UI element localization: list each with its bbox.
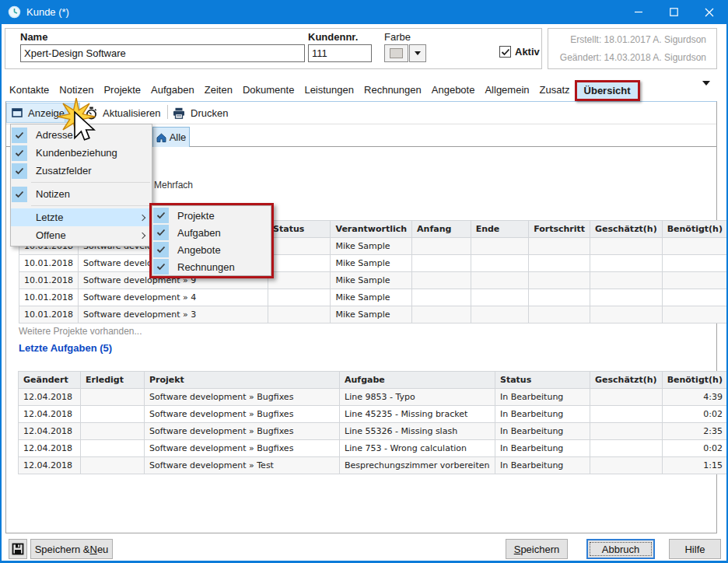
column-header[interactable]: Benötigt(h) bbox=[662, 372, 727, 389]
anzeige-split-button[interactable]: Anzeige bbox=[6, 103, 80, 123]
submenu-item-projekte[interactable]: Projekte bbox=[152, 207, 271, 224]
save-icon-button[interactable] bbox=[9, 539, 27, 559]
tab-rechnungen[interactable]: Rechnungen bbox=[359, 80, 426, 100]
menu-item-adresse[interactable]: Adresse bbox=[11, 126, 152, 144]
table-cell bbox=[529, 306, 590, 323]
table-cell bbox=[81, 457, 145, 474]
color-swatch-button[interactable] bbox=[384, 44, 408, 62]
tab-angebote[interactable]: Angebote bbox=[427, 80, 480, 100]
table-row[interactable]: 10.01.2018Software development » 3Mike S… bbox=[19, 306, 728, 323]
tab-notizen[interactable]: Notizen bbox=[54, 80, 98, 100]
table-cell: 12.04.2018 bbox=[19, 389, 81, 406]
column-header[interactable]: Erledigt bbox=[81, 372, 145, 389]
column-header[interactable]: Ende bbox=[471, 221, 529, 238]
table-row[interactable]: 10.01.2018Software developmentMike Sampl… bbox=[19, 255, 728, 272]
clock-app-icon bbox=[8, 5, 21, 21]
hilfe-button[interactable]: Hilfe bbox=[669, 539, 721, 559]
table-cell bbox=[590, 423, 663, 440]
checked-indicator bbox=[12, 187, 27, 202]
table-cell bbox=[268, 255, 331, 272]
check-icon bbox=[15, 191, 24, 198]
table-row[interactable]: 10.01.2018Software development » 9Mike S… bbox=[19, 272, 728, 289]
home-icon bbox=[156, 133, 166, 142]
anzeige-menu: AdresseKundenbeziehungZusatzfelderNotize… bbox=[10, 124, 152, 247]
column-header[interactable]: Fortschritt bbox=[529, 221, 590, 238]
speichern-button[interactable]: Speichern bbox=[506, 539, 568, 559]
tab-overflow-button[interactable] bbox=[702, 86, 710, 97]
submenu-item-angebote[interactable]: Angebote bbox=[152, 241, 271, 258]
name-input[interactable] bbox=[20, 44, 305, 62]
abbruch-button[interactable]: Abbruch bbox=[586, 539, 655, 559]
submenu-item-rechnungen[interactable]: Rechnungen bbox=[152, 258, 271, 275]
table-row[interactable]: 12.04.2018Software development » TestBes… bbox=[19, 457, 728, 474]
table-row[interactable]: 12.04.2018Software development » Bugfixe… bbox=[19, 440, 728, 457]
tab-projekte[interactable]: Projekte bbox=[99, 80, 145, 100]
tab-zusatz[interactable]: Zusatz bbox=[535, 80, 575, 100]
table-cell: In Bearbeitung bbox=[495, 440, 590, 457]
menu-item-label: Kundenbeziehung bbox=[36, 147, 117, 159]
tab-übersicht[interactable]: Übersicht bbox=[575, 80, 640, 101]
minimize-button[interactable] bbox=[621, 0, 656, 24]
menu-check-gutter bbox=[11, 185, 28, 203]
checked-indicator bbox=[153, 208, 169, 223]
kundennr-input[interactable] bbox=[308, 44, 372, 62]
anzeige-dropdown-arrow[interactable] bbox=[65, 103, 79, 122]
column-header[interactable]: Verantwortlich bbox=[331, 221, 412, 238]
menu-item-notizen[interactable]: Notizen bbox=[11, 185, 152, 203]
table-cell bbox=[590, 255, 663, 272]
maximize-button[interactable] bbox=[656, 0, 691, 24]
color-dropdown-button[interactable] bbox=[409, 44, 426, 62]
menu-item-kundenbeziehung[interactable]: Kundenbeziehung bbox=[11, 144, 152, 162]
checked-indicator bbox=[12, 145, 27, 161]
column-header[interactable]: Anfang bbox=[412, 221, 471, 238]
tasks-heading: Letzte Aufgaben (5) bbox=[19, 342, 112, 354]
check-icon bbox=[501, 48, 510, 56]
aktiv-checkbox[interactable] bbox=[499, 46, 511, 58]
table-cell: Mike Sample bbox=[331, 238, 412, 255]
tab-kontakte[interactable]: Kontakte bbox=[5, 80, 54, 100]
table-cell bbox=[471, 255, 529, 272]
tab-leistungen[interactable]: Leistungen bbox=[299, 80, 359, 100]
table-row[interactable]: 10.01.2018Software development » 4Mike S… bbox=[19, 289, 728, 306]
column-header[interactable]: Status bbox=[495, 372, 590, 389]
tab-dokumente[interactable]: Dokumente bbox=[238, 80, 299, 100]
column-header[interactable]: Status bbox=[268, 221, 331, 238]
column-header[interactable]: Geschätzt(h) bbox=[590, 221, 663, 238]
tab-allgemein[interactable]: Allgemein bbox=[480, 80, 534, 100]
close-button[interactable] bbox=[691, 0, 726, 24]
table-cell: 12.04.2018 bbox=[19, 440, 81, 457]
table-cell bbox=[529, 238, 590, 255]
check-icon bbox=[156, 246, 166, 254]
drucken-button[interactable]: Drucken bbox=[173, 103, 228, 123]
column-header[interactable]: Geändert bbox=[19, 372, 81, 389]
menu-item-letzte[interactable]: Letzte bbox=[11, 208, 152, 226]
aktualisieren-button[interactable]: Aktualisieren bbox=[86, 103, 160, 123]
column-header[interactable]: Aufgabe bbox=[340, 372, 495, 389]
submenu-arrow-icon bbox=[139, 232, 145, 238]
speichern-neu-button[interactable]: Speichern & Neu bbox=[30, 539, 113, 559]
printer-icon bbox=[173, 107, 185, 119]
submenu-item-aufgaben[interactable]: Aufgaben bbox=[152, 224, 271, 241]
column-header[interactable]: Projekt bbox=[145, 372, 340, 389]
window-title: Kunde (*) bbox=[26, 6, 69, 18]
table-cell bbox=[81, 389, 145, 406]
color-swatch bbox=[390, 48, 403, 58]
column-header[interactable]: Benötigt(h) bbox=[662, 221, 727, 238]
checked-indicator bbox=[12, 128, 27, 143]
table-cell: 10.01.2018 bbox=[19, 272, 79, 289]
column-header[interactable]: Geschätzt(h) bbox=[590, 372, 663, 389]
table-cell: In Bearbeitung bbox=[495, 457, 590, 474]
table-row[interactable]: 12.04.2018Software development » Bugfixe… bbox=[19, 389, 728, 406]
menu-item-zusatzfelder[interactable]: Zusatzfelder bbox=[11, 162, 152, 180]
table-row[interactable]: 12.04.2018Software development » Bugfixe… bbox=[19, 423, 728, 440]
subtab-alle[interactable]: Alle bbox=[152, 127, 190, 147]
table-cell bbox=[590, 440, 663, 457]
tab-zeiten[interactable]: Zeiten bbox=[200, 80, 237, 100]
table-cell: 0:02 bbox=[662, 440, 727, 457]
table-cell: Line 753 - Wrong calculation bbox=[340, 440, 495, 457]
menu-item-offene[interactable]: Offene bbox=[11, 226, 152, 244]
tab-aufgaben[interactable]: Aufgaben bbox=[146, 80, 199, 100]
menu-item-label: Aufgaben bbox=[177, 227, 221, 239]
table-row[interactable]: 12.04.2018Software development » Bugfixe… bbox=[19, 406, 728, 423]
mehrfach-label: Mehrfach bbox=[154, 180, 193, 191]
